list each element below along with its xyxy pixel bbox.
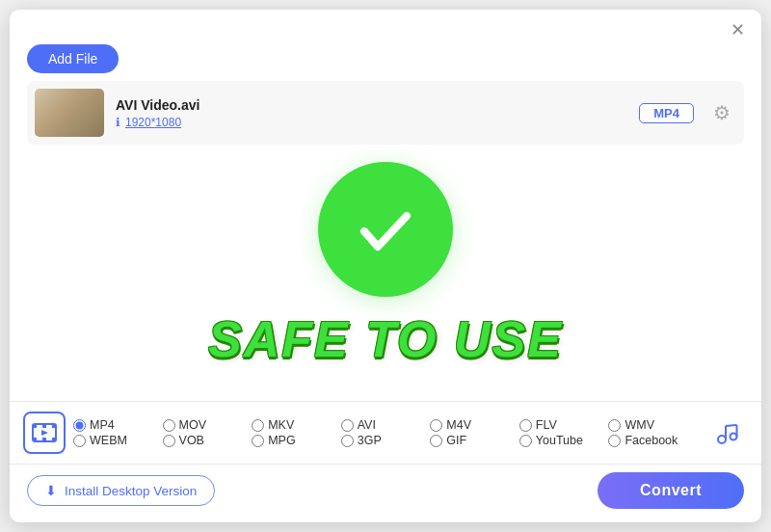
svg-rect-5 [42, 424, 46, 428]
format-radio-avi[interactable] [341, 419, 354, 432]
install-desktop-button[interactable]: ⬇ Install Desktop Version [27, 475, 215, 506]
format-label-avi: AVI [358, 418, 376, 432]
svg-rect-4 [52, 438, 56, 441]
format-radio-3gp[interactable] [341, 435, 354, 447]
download-icon: ⬇ [45, 483, 57, 498]
format-option-youtube[interactable]: YouTube [519, 434, 609, 447]
format-radio-flv[interactable] [519, 419, 532, 432]
format-label-m4v: M4V [446, 418, 471, 432]
format-radio-m4v[interactable] [430, 419, 442, 432]
video-format-icon[interactable] [23, 412, 66, 454]
settings-icon[interactable]: ⚙ [713, 101, 731, 124]
svg-rect-6 [42, 438, 46, 441]
install-label: Install Desktop Version [65, 484, 197, 498]
format-label-3gp: 3GP [358, 434, 382, 447]
convert-button[interactable]: Convert [598, 472, 744, 509]
format-option-mkv[interactable]: MKV [252, 418, 341, 432]
format-option-vob[interactable]: VOB [163, 434, 253, 447]
svg-line-12 [726, 425, 737, 426]
center-area: SAFE TO USE [10, 125, 761, 401]
format-option-mov[interactable]: MOV [163, 418, 253, 432]
format-radio-facebook[interactable] [608, 435, 621, 447]
format-label-mov: MOV [179, 418, 206, 432]
svg-rect-2 [52, 424, 56, 428]
close-button[interactable]: ✕ [727, 19, 748, 40]
format-radio-mkv[interactable] [252, 419, 264, 432]
format-option-facebook[interactable]: Facebook [608, 434, 698, 447]
format-label-wmv: WMV [625, 418, 654, 432]
format-label-flv: FLV [536, 418, 557, 432]
format-label-mp4: MP4 [90, 418, 115, 432]
file-meta: ℹ 1920*1080 [116, 116, 627, 129]
format-option-gif[interactable]: GIF [430, 434, 519, 447]
file-resolution[interactable]: 1920*1080 [125, 116, 181, 129]
format-label-mkv: MKV [268, 418, 294, 432]
info-icon[interactable]: ℹ [116, 116, 120, 129]
add-file-button[interactable]: Add File [27, 44, 119, 73]
format-option-mp4[interactable]: MP4 [73, 418, 163, 432]
bottom-bar: ⬇ Install Desktop Version Convert [10, 464, 761, 522]
format-radio-mov[interactable] [163, 419, 175, 432]
format-option-flv[interactable]: FLV [519, 418, 609, 432]
music-icon [713, 419, 740, 446]
format-label-youtube: YouTube [536, 434, 583, 447]
format-option-3gp[interactable]: 3GP [341, 434, 431, 447]
audio-format-icon[interactable] [705, 412, 748, 454]
main-window: ✕ Add File AVI Video.avi ℹ 1920*1080 MP4… [10, 10, 761, 522]
format-radio-mpg[interactable] [252, 435, 264, 447]
format-label-vob: VOB [179, 434, 204, 447]
checkmark-circle [318, 162, 453, 297]
format-option-avi[interactable]: AVI [341, 418, 431, 432]
file-row: AVI Video.avi ℹ 1920*1080 MP4 ⚙ [27, 81, 744, 145]
format-bar: MP4 MOV MKV AVI M4V FLV [10, 401, 761, 464]
svg-point-8 [718, 436, 726, 443]
format-radio-gif[interactable] [430, 435, 442, 447]
svg-marker-7 [41, 430, 48, 436]
toolbar: Add File [10, 44, 761, 81]
svg-point-9 [731, 434, 737, 440]
svg-rect-1 [33, 424, 37, 428]
format-options: MP4 MOV MKV AVI M4V FLV [73, 418, 698, 447]
file-format-badge[interactable]: MP4 [639, 103, 694, 123]
format-option-wmv[interactable]: WMV [608, 418, 698, 432]
format-option-webm[interactable]: WEBM [73, 434, 163, 447]
format-option-mpg[interactable]: MPG [252, 434, 341, 447]
file-name: AVI Video.avi [116, 97, 627, 113]
safe-to-use-text: SAFE TO USE [208, 314, 563, 364]
checkmark-icon [351, 195, 420, 264]
format-label-mpg: MPG [268, 434, 295, 447]
format-label-facebook: Facebook [625, 434, 678, 447]
file-info: AVI Video.avi ℹ 1920*1080 [116, 97, 627, 129]
film-icon [31, 419, 58, 446]
format-radio-youtube[interactable] [519, 435, 532, 447]
format-radio-wmv[interactable] [608, 419, 621, 432]
format-option-m4v[interactable]: M4V [430, 418, 519, 432]
format-radio-vob[interactable] [163, 435, 175, 447]
file-thumbnail [35, 89, 104, 137]
format-label-gif: GIF [446, 434, 466, 447]
format-label-webm: WEBM [90, 434, 127, 447]
format-radio-webm[interactable] [73, 435, 86, 447]
format-radio-mp4[interactable] [73, 419, 86, 432]
title-bar: ✕ [10, 10, 761, 44]
svg-rect-3 [33, 438, 37, 441]
